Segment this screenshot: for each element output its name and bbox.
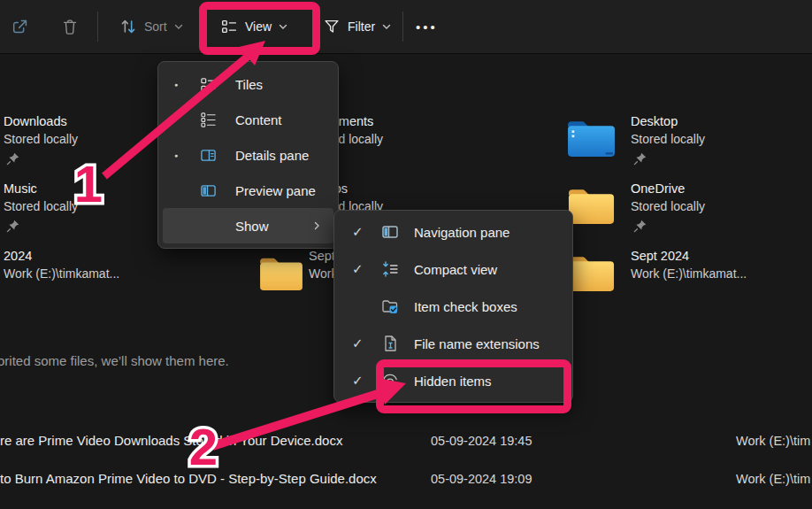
desktop-folder-icon bbox=[566, 116, 617, 159]
tile-subtitle: Stored locally bbox=[631, 199, 705, 213]
file-tile-2024[interactable]: 2024 Work (E:)\timkamat... bbox=[4, 249, 189, 307]
menu-item-label: Content bbox=[235, 102, 282, 137]
tile-title: Sept 2024 bbox=[631, 249, 689, 263]
pin-icon bbox=[632, 151, 647, 166]
file-name-extensions-icon bbox=[381, 335, 399, 352]
file-tile-sept-2024[interactable]: Sept 2024 Work (E:)\timkamat... bbox=[631, 249, 812, 307]
menu-item-label: Navigation pane bbox=[414, 213, 509, 251]
filter-icon bbox=[322, 17, 341, 36]
tile-subtitle: Work (E:)\timkamat... bbox=[4, 266, 119, 281]
tile-title: Downloads bbox=[4, 114, 67, 128]
preview-pane-icon bbox=[200, 182, 217, 199]
file-date: 05-09-2024 19:45 bbox=[431, 434, 532, 448]
menu-item-show[interactable]: Show bbox=[163, 208, 333, 243]
folder-icon bbox=[258, 253, 304, 292]
filter-label: Filter bbox=[348, 19, 375, 34]
menu-item-compact-view[interactable]: ✓ Compact view bbox=[334, 251, 572, 288]
menu-item-label: Show bbox=[235, 208, 269, 243]
trash-icon bbox=[60, 17, 80, 36]
content-icon bbox=[200, 112, 217, 128]
delete-button[interactable] bbox=[55, 8, 85, 45]
file-tile-onedrive[interactable]: OneDrive Stored locally bbox=[631, 181, 812, 240]
folder-icon bbox=[566, 251, 617, 293]
tile-subtitle: Stored locally bbox=[631, 132, 705, 146]
sort-icon bbox=[119, 17, 138, 36]
tile-subtitle: Stored locally bbox=[4, 132, 78, 146]
pin-icon bbox=[632, 219, 647, 234]
file-name: to Burn Amazon Prime Video to DVD - Step… bbox=[0, 471, 377, 486]
pin-icon bbox=[5, 151, 20, 166]
ellipsis-icon: ••• bbox=[416, 19, 438, 35]
sort-label: Sort bbox=[144, 19, 167, 34]
file-explorer-window: Sort View Filter bbox=[0, 0, 812, 509]
menu-item-content[interactable]: Content bbox=[158, 102, 338, 137]
tile-title: Music bbox=[4, 181, 37, 196]
menu-item-preview-pane[interactable]: Preview pane bbox=[158, 173, 338, 208]
tile-title: 2024 bbox=[4, 249, 32, 263]
filter-button[interactable]: Filter bbox=[317, 8, 397, 45]
navigation-pane-icon bbox=[381, 223, 399, 241]
chevron-down-icon bbox=[173, 21, 184, 32]
file-tile-desktop[interactable]: Desktop Stored locally bbox=[631, 114, 812, 173]
menu-item-label: Details pane bbox=[235, 137, 309, 173]
checkmark: ✓ bbox=[352, 251, 364, 288]
share-button[interactable] bbox=[5, 8, 35, 45]
command-bar: Sort View Filter bbox=[0, 0, 812, 54]
item-check-boxes-icon bbox=[381, 297, 399, 315]
tile-subtitle: Stored locally bbox=[4, 199, 78, 213]
menu-item-label: File name extensions bbox=[414, 325, 540, 362]
view-dropdown-menu: ● Tiles Content ● bbox=[157, 61, 339, 249]
details-pane-icon bbox=[200, 147, 217, 164]
selected-bullet: ● bbox=[174, 137, 178, 173]
menu-item-tiles[interactable]: ● Tiles bbox=[158, 66, 338, 102]
pin-icon bbox=[5, 219, 20, 234]
file-location: Work (E:)\tim bbox=[736, 434, 812, 448]
tile-subtitle: Work (E:)\timkamat... bbox=[631, 266, 747, 281]
toolbar-separator bbox=[402, 12, 403, 42]
compact-view-icon bbox=[381, 260, 399, 278]
more-options-button[interactable]: ••• bbox=[410, 8, 443, 45]
menu-item-file-name-extensions[interactable]: ✓ File name extensions bbox=[334, 325, 572, 362]
annotation-box-view-button bbox=[199, 2, 320, 55]
menu-item-item-check-boxes[interactable]: Item check boxes bbox=[334, 288, 572, 325]
checkmark: ✓ bbox=[352, 213, 364, 251]
tile-title: OneDrive bbox=[631, 181, 685, 196]
chevron-down-icon bbox=[381, 21, 392, 32]
menu-item-label: Compact view bbox=[414, 251, 497, 288]
favorites-hint-text: orited some files, we’ll show them here. bbox=[0, 353, 229, 368]
toolbar-separator bbox=[97, 12, 98, 42]
menu-item-details-pane[interactable]: ● Details pane bbox=[158, 137, 338, 173]
checkmark: ✓ bbox=[352, 362, 364, 399]
file-name: re are Prime Video Downloads Stored in Y… bbox=[0, 433, 342, 448]
menu-item-label: Item check boxes bbox=[414, 288, 517, 325]
menu-item-navigation-pane[interactable]: ✓ Navigation pane bbox=[334, 213, 572, 251]
checkmark: ✓ bbox=[352, 325, 364, 362]
menu-item-label: Tiles bbox=[235, 66, 263, 102]
share-icon bbox=[11, 17, 30, 36]
file-date: 05-09-2024 19:09 bbox=[431, 472, 532, 486]
tiles-icon bbox=[200, 76, 217, 93]
annotation-box-hidden-items bbox=[376, 359, 571, 413]
sort-button[interactable]: Sort bbox=[113, 8, 189, 45]
file-location: Work (E:)\tim bbox=[736, 472, 812, 486]
menu-item-label: Preview pane bbox=[235, 173, 316, 208]
selected-bullet: ● bbox=[174, 66, 178, 102]
chevron-right-icon bbox=[311, 220, 322, 231]
folder-icon bbox=[566, 184, 617, 226]
tile-title: Desktop bbox=[631, 114, 678, 128]
